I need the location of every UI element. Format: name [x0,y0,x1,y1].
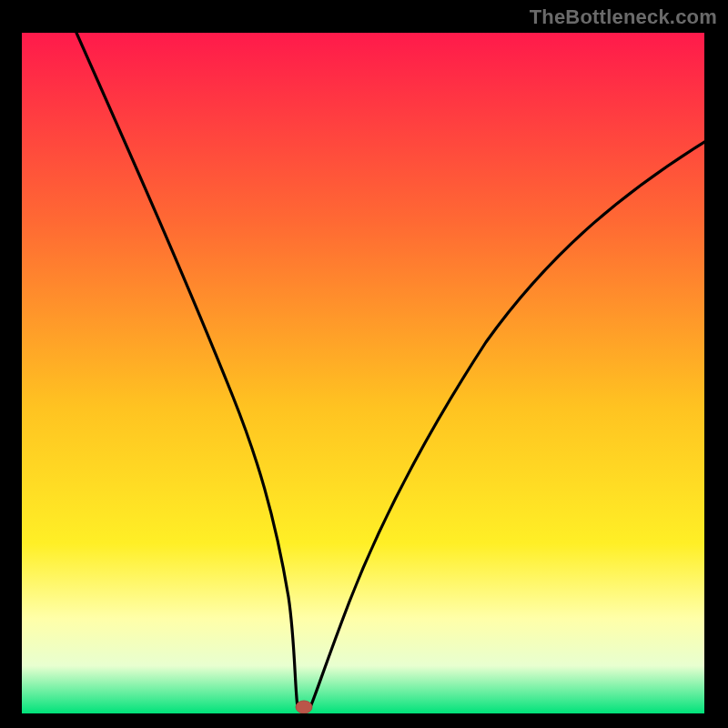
chart-container: TheBottleneck.com [0,0,728,728]
watermark-text: TheBottleneck.com [530,5,717,29]
bottleneck-chart [22,33,704,713]
optimum-marker [296,701,312,713]
gradient-background [22,33,704,713]
